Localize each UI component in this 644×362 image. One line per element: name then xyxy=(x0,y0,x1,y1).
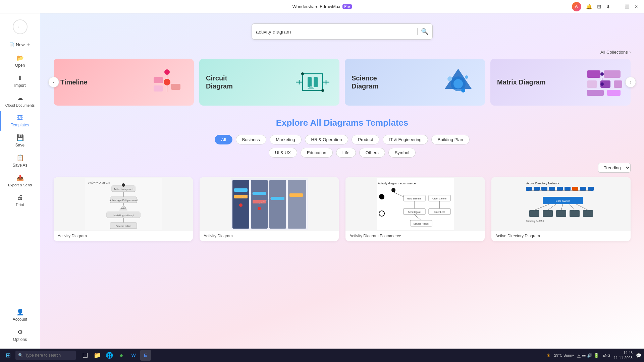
taskbar-search-input[interactable] xyxy=(25,353,72,358)
taskbar-app-explorer[interactable]: 📁 xyxy=(92,350,103,361)
search-input[interactable] xyxy=(256,29,414,35)
template-card-activity-1-label: Activity Diagram xyxy=(54,231,193,241)
filter-business[interactable]: Business xyxy=(236,135,266,144)
svg-rect-85 xyxy=(588,187,594,191)
carousel-next-button[interactable]: › xyxy=(625,77,636,87)
svg-rect-50 xyxy=(253,192,266,195)
svg-rect-5 xyxy=(154,85,163,92)
template-card-ecommerce[interactable]: Activity diagram ecommerce Goto element … xyxy=(345,177,485,241)
filter-product[interactable]: Product xyxy=(352,135,379,144)
download-icon[interactable]: ⬇ xyxy=(606,4,610,10)
weather-text: 29°C Sunny xyxy=(554,353,574,357)
sidebar-item-cloud[interactable]: ☁ Cloud Documents xyxy=(0,91,40,111)
taskbar-app-edge[interactable]: 🌐 xyxy=(104,350,115,361)
filter-life[interactable]: Life xyxy=(336,148,356,158)
svg-text:Invalid login attempt: Invalid login attempt xyxy=(113,214,133,217)
svg-point-55 xyxy=(258,207,261,210)
sidebar-account-label: Account xyxy=(13,317,27,322)
sidebar-item-import[interactable]: ⬇ Import xyxy=(0,71,40,91)
svg-point-18 xyxy=(461,88,465,93)
carousel-card-matrix[interactable]: Matrix Diagram xyxy=(490,59,631,106)
filter-ui[interactable]: UI & UX xyxy=(269,148,297,158)
svg-text:Service Result: Service Result xyxy=(413,223,428,225)
taskbar-notification[interactable]: 💬 xyxy=(636,353,641,358)
taskbar-start[interactable]: ⊞ xyxy=(3,350,13,361)
template-card-directory-label: Active Directory Diagram xyxy=(491,231,631,241)
carousel-card-timeline[interactable]: Timeline xyxy=(54,59,194,106)
filter-marketing[interactable]: Marketing xyxy=(270,135,302,144)
carousel-card-circuit-img xyxy=(292,65,333,99)
taskbar-language: ENG xyxy=(602,353,610,357)
taskbar-right: ☀ 29°C Sunny △ ☷ 🔊 🔋 ENG 14:48 11-11-202… xyxy=(546,350,641,361)
svg-rect-25 xyxy=(607,90,621,96)
sidebar-item-new[interactable]: 📄 New ＋ xyxy=(0,38,40,51)
svg-rect-99 xyxy=(570,210,580,217)
sidebar-item-print[interactable]: 🖨 Print xyxy=(0,191,40,210)
filter-it[interactable]: IT & Engineering xyxy=(383,135,428,144)
svg-line-70 xyxy=(393,192,404,197)
search-button[interactable]: 🔍 xyxy=(421,28,428,35)
svg-rect-83 xyxy=(572,187,578,191)
svg-rect-19 xyxy=(587,70,600,78)
new-icon: 📄 xyxy=(9,42,14,47)
filter-others[interactable]: Others xyxy=(359,148,385,158)
template-card-activity-2[interactable]: Activity Diagram xyxy=(200,177,339,241)
filter-symbol[interactable]: Symbol xyxy=(388,148,416,158)
weather-icon: ☀ xyxy=(546,353,551,358)
svg-rect-96 xyxy=(529,210,539,217)
close-button[interactable]: ✕ xyxy=(634,4,639,9)
svg-rect-3 xyxy=(154,77,163,83)
minimize-button[interactable]: ─ xyxy=(615,4,620,9)
filter-row-1: All Business Marketing HR & Operation Pr… xyxy=(54,135,631,144)
filter-building[interactable]: Building Plan xyxy=(431,135,470,144)
taskbar-app-word[interactable]: W xyxy=(128,350,139,361)
back-button[interactable]: ← xyxy=(13,19,28,34)
svg-rect-4 xyxy=(171,84,180,90)
carousel-prev-button[interactable]: ‹ xyxy=(48,77,59,87)
taskbar-search-icon: 🔍 xyxy=(18,353,23,358)
saveas-icon: 📋 xyxy=(16,154,24,162)
chevron-right-icon: › xyxy=(629,50,631,55)
search-wrap: 🔍 xyxy=(54,23,631,40)
restore-button[interactable]: ⬜ xyxy=(625,4,629,9)
sidebar-item-open[interactable]: 📂 Open xyxy=(0,51,40,71)
all-collections-label: All Collections xyxy=(600,50,628,55)
sidebar-item-templates[interactable]: 🖼 Templates xyxy=(0,111,40,131)
sidebar-item-export[interactable]: 📤 Export & Send xyxy=(0,171,40,191)
sidebar-item-account[interactable]: 👤 Account xyxy=(0,305,40,325)
svg-line-102 xyxy=(548,204,556,210)
carousel-card-circuit[interactable]: CircuitDiagram xyxy=(199,59,339,106)
grid-icon[interactable]: ⊞ xyxy=(597,4,601,10)
svg-text:Order Limit: Order Limit xyxy=(433,211,445,213)
svg-point-2 xyxy=(164,79,170,85)
taskbar-apps: ❑ 📁 🌐 ● W E xyxy=(80,350,151,361)
sidebar-item-save[interactable]: 💾 Save xyxy=(0,131,40,151)
svg-rect-45 xyxy=(251,180,268,229)
avatar[interactable]: W xyxy=(572,2,581,11)
svg-rect-77 xyxy=(526,187,532,191)
taskbar-app-edraw[interactable]: E xyxy=(140,350,151,361)
svg-point-26 xyxy=(600,72,604,76)
taskbar-search[interactable]: 🔍 xyxy=(15,351,76,360)
search-bar: 🔍 xyxy=(252,23,433,40)
filter-education[interactable]: Education xyxy=(301,148,333,158)
sidebar: ← 📄 New ＋ 📂 Open ⬇ Import ☁ Cloud Docume… xyxy=(0,13,40,349)
app-title: Wondershare EdrawMax xyxy=(292,4,340,9)
template-card-activity-1[interactable]: Activity Diagram Action is approved Acti… xyxy=(54,177,193,241)
taskbar-clock: 14:48 xyxy=(614,350,633,355)
sort-select[interactable]: Trending Latest Popular xyxy=(598,163,631,173)
all-collections-link[interactable]: All Collections › xyxy=(600,50,631,55)
save-icon: 💾 xyxy=(16,134,24,141)
svg-text:Action is approved: Action is approved xyxy=(114,188,133,191)
sidebar-item-options[interactable]: ⚙ Options xyxy=(0,325,40,345)
taskbar-app-taskview[interactable]: ❑ xyxy=(80,350,91,361)
taskbar-app-chrome[interactable]: ● xyxy=(116,350,127,361)
filter-all[interactable]: All xyxy=(215,135,232,144)
sidebar-item-saveas[interactable]: 📋 Save As xyxy=(0,151,40,171)
filter-hr[interactable]: HR & Operation xyxy=(305,135,348,144)
notification-icon[interactable]: 🔔 xyxy=(586,4,592,10)
svg-text:Activity Diagram: Activity Diagram xyxy=(88,181,110,184)
template-card-directory[interactable]: Active Directory Network xyxy=(491,177,631,241)
taskbar: ⊞ 🔍 ❑ 📁 🌐 ● W E ☀ 29°C Sunny △ ☷ 🔊 🔋 ENG… xyxy=(0,349,644,362)
carousel-card-science[interactable]: ScienceDiagram xyxy=(345,59,485,106)
